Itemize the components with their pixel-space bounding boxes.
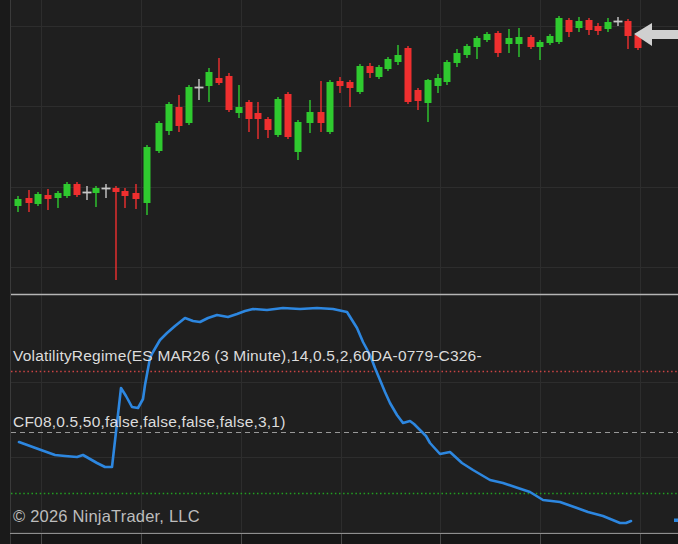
candle [318,112,325,123]
ninjatrader-chart-window: VolatilityRegime(ES MAR26 (3 Minute),14,… [0,0,678,544]
candle [166,104,173,131]
candle [395,55,402,62]
candle [357,66,364,92]
candle [347,82,354,88]
candle [26,198,33,203]
candle [206,72,213,86]
candle [275,99,282,135]
candle [528,37,535,47]
candle [376,67,383,77]
candle [435,78,442,86]
indicator-label: VolatilityRegime(ES MAR26 (3 Minute),14,… [13,301,482,477]
candle [337,81,344,86]
candle [133,193,140,199]
candle [255,113,262,119]
candle [405,48,412,102]
candle [35,194,42,204]
candle [595,26,602,31]
candle [307,112,314,123]
candle [464,46,471,55]
candle [156,123,163,151]
candle [586,20,593,30]
candle [216,78,223,83]
candle [506,38,513,44]
time-axis [10,534,678,544]
indicator-label-line1: VolatilityRegime(ES MAR26 (3 Minute),14,… [13,345,482,367]
candle [474,38,481,47]
candle [93,188,100,193]
candle [625,21,632,36]
candle [454,53,461,63]
candle [74,184,81,195]
candle [444,62,451,82]
candle [576,21,583,28]
candle [415,90,422,101]
candle [186,87,193,123]
candle [113,188,120,192]
candle [55,193,62,198]
candle [265,119,272,130]
candle [236,107,243,113]
time-axis-strip[interactable] [11,534,678,544]
candle [226,76,233,110]
candle [295,122,302,152]
candle [367,66,374,73]
candle [484,34,491,40]
left-gutter [0,0,10,544]
candle [15,199,22,206]
candle [516,37,523,44]
candle [495,33,502,53]
candle [425,80,432,103]
candle [64,184,71,196]
candle [45,195,52,199]
candle [605,22,612,29]
candle [285,94,292,137]
candle [176,107,183,126]
candlesticks [15,16,642,280]
candle [122,191,129,196]
candle [537,42,544,47]
indicator-label-line2: CF08,0.5,50,false,false,false,false,3,1) [13,411,482,433]
candle [556,18,563,42]
candle [547,36,554,43]
candle [566,20,573,32]
candle [385,59,392,69]
copyright-text: © 2026 NinjaTrader, LLC [13,507,200,526]
candle [327,82,334,132]
candle [246,102,253,119]
candle [144,147,151,203]
line-value-marker [674,519,678,523]
